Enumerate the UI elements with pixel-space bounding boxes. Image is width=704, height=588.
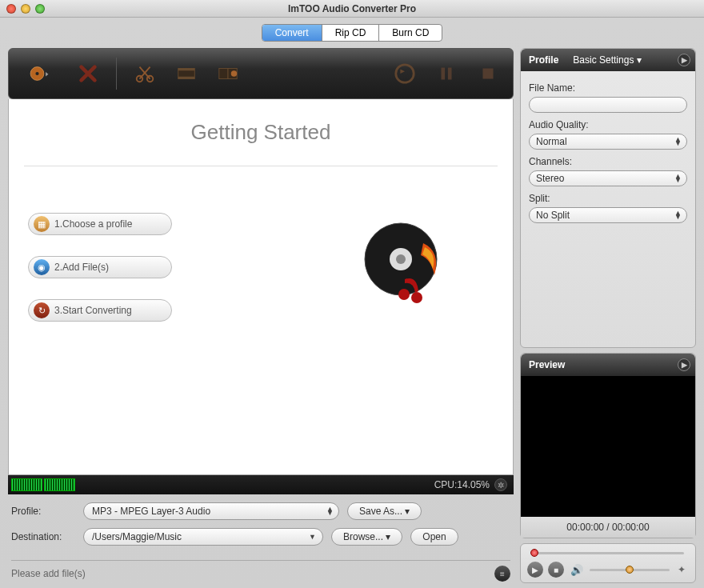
cut-button[interactable] (131, 60, 158, 87)
pause-button[interactable] (433, 60, 460, 87)
seek-thumb[interactable] (530, 549, 538, 557)
cpu-row: CPU:14.05% ✲ (8, 475, 514, 494)
tab-burn-cd[interactable]: Burn CD (379, 25, 442, 41)
cpu-label: CPU:14.05% (434, 479, 490, 490)
svg-point-1 (35, 72, 38, 75)
merge-button[interactable] (214, 60, 242, 87)
chevron-down-icon: ▼ (309, 533, 316, 541)
split-label: Split: (529, 193, 687, 204)
profile-label: Profile: (11, 506, 75, 517)
channels-select[interactable]: Stereo▲▼ (529, 170, 687, 186)
updown-icon: ▲▼ (674, 138, 682, 146)
clip-button[interactable] (173, 60, 200, 87)
add-step-icon: ◉ (34, 259, 50, 275)
open-button[interactable]: Open (410, 528, 458, 546)
profile-step-icon: ▦ (34, 216, 50, 232)
seek-slider[interactable] (527, 549, 689, 557)
disc-artwork (361, 219, 449, 310)
svg-rect-6 (178, 77, 195, 79)
split-select[interactable]: No Split▲▼ (529, 207, 687, 223)
svg-rect-13 (482, 68, 493, 78)
quality-select[interactable]: Normal▲▼ (529, 134, 687, 150)
settings-collapse-button[interactable]: ▶ (678, 54, 690, 66)
start-step-icon: ↻ (34, 302, 50, 318)
divider (24, 166, 498, 166)
mode-tabs: Convert Rip CD Burn CD (262, 24, 443, 42)
channels-label: Channels: (529, 156, 687, 167)
preview-title: Preview (529, 359, 565, 370)
step-start-converting[interactable]: ↻3.Start Converting (28, 299, 172, 322)
updown-icon: ▲▼ (674, 211, 682, 219)
destination-select[interactable]: /Users/Maggie/Music ▼ (83, 528, 323, 546)
settings-tab-basic[interactable]: Basic Settings ▾ (573, 54, 641, 66)
add-source-button[interactable] (20, 60, 60, 87)
play-button[interactable]: ▶ (527, 562, 543, 578)
window-title: ImTOO Audio Converter Pro (0, 3, 704, 14)
svg-rect-12 (448, 68, 452, 80)
settings-panel: Profile Basic Settings ▾ ▶ File Name: Au… (520, 48, 696, 348)
svg-point-18 (398, 289, 410, 300)
cpu-visualizer (11, 478, 75, 491)
preview-collapse-button[interactable]: ▶ (678, 358, 690, 371)
svg-point-10 (396, 65, 414, 82)
preview-panel: Preview ▶ 00:00:00 / 00:00:00 (520, 353, 696, 538)
status-extra-button[interactable]: ≡ (494, 566, 510, 582)
preview-viewport (521, 376, 695, 517)
status-message: Please add file(s) (11, 568, 86, 579)
svg-rect-11 (441, 68, 445, 80)
svg-rect-5 (178, 68, 195, 70)
svg-rect-7 (219, 68, 228, 78)
snapshot-button[interactable]: ✦ (674, 562, 689, 577)
filename-field[interactable] (529, 97, 687, 113)
step-add-files[interactable]: ◉2.Add File(s) (28, 256, 172, 278)
stop-playback-button[interactable]: ■ (548, 562, 564, 578)
step-label: 2.Add File(s) (54, 262, 109, 273)
remove-button[interactable] (74, 60, 102, 87)
settings-tab-profile[interactable]: Profile (529, 54, 558, 66)
updown-icon: ▲▼ (674, 174, 682, 182)
preview-timecode: 00:00:00 / 00:00:00 (521, 517, 695, 538)
titlebar: ImTOO Audio Converter Pro (0, 0, 704, 18)
step-label: 3.Start Converting (54, 305, 132, 316)
convert-start-button[interactable] (391, 60, 418, 87)
updown-icon: ▲▼ (326, 507, 334, 515)
destination-value: /Users/Maggie/Music (92, 531, 182, 542)
step-label: 1.Choose a profile (54, 218, 132, 230)
toolbar (8, 48, 514, 99)
stop-button[interactable] (474, 60, 502, 87)
profile-value: MP3 - MPEG Layer-3 Audio (92, 506, 210, 517)
save-as-button[interactable]: Save As... ▾ (347, 502, 422, 520)
tab-rip-cd[interactable]: Rip CD (322, 25, 380, 41)
browse-button[interactable]: Browse... ▾ (331, 528, 402, 546)
tab-convert[interactable]: Convert (262, 25, 322, 41)
filename-label: File Name: (529, 82, 687, 94)
svg-point-17 (396, 254, 406, 264)
cpu-settings-button[interactable]: ✲ (494, 478, 507, 491)
playback-bar: ▶ ■ 🔊 ✦ (520, 543, 696, 583)
profile-select[interactable]: MP3 - MPEG Layer-3 Audio ▲▼ (83, 502, 339, 520)
volume-slider[interactable] (590, 566, 670, 574)
main-content: Getting Started ▦1.Choose a profile ◉2.A… (8, 99, 514, 475)
svg-point-19 (411, 292, 422, 303)
step-choose-profile[interactable]: ▦1.Choose a profile (28, 213, 172, 235)
getting-started-heading: Getting Started (191, 120, 331, 145)
destination-label: Destination: (11, 531, 75, 542)
volume-thumb[interactable] (626, 566, 634, 574)
svg-point-9 (231, 70, 237, 76)
volume-icon: 🔊 (569, 562, 585, 578)
quality-label: Audio Quality: (529, 119, 687, 130)
